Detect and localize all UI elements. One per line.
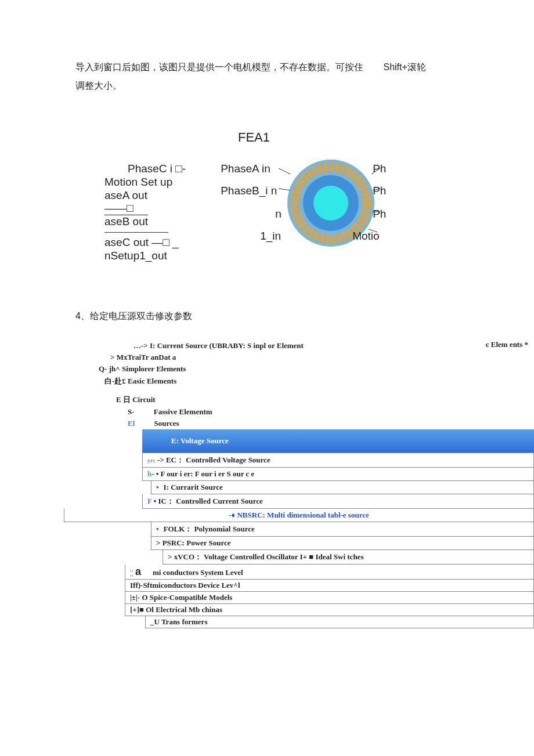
motor-icon (279, 157, 453, 261)
source-xvco[interactable]: > xVCO： Voltage Controlled Oscillator I+… (163, 550, 534, 565)
port-motion-setup: Motion Set up (104, 176, 186, 189)
divider-line (104, 232, 168, 233)
source-current-label: I: Currarit Source (164, 483, 223, 491)
tree-simplorer[interactable]: Q- jh^ Simplorer Elements (75, 363, 459, 375)
tree-passive[interactable]: S- Fassive Elementm (75, 406, 459, 418)
label-phaseb-in: PhaseB_i n (221, 185, 277, 197)
port-phasec: PhaseC i □- (128, 162, 186, 176)
tree-sources-label: Sources (154, 419, 179, 428)
tree-electrical[interactable]: [+]■ Ol Electrical Mb chinas (125, 604, 534, 616)
right-motor-diagram: PhaseA in PhaseB_i n n 1_in Ph Ph Ph Mot… (221, 162, 453, 264)
intro-text-1: 导入到窗口后如图，该图只是提供一个电机模型，不存在数据。可按住 (75, 62, 363, 72)
tree-semi-sys-label: mi conductors System Level (153, 568, 243, 577)
section-4-title: 4、给定电压源双击修改参数 (75, 310, 459, 323)
intro-shortcut: Shift+滚轮 (383, 62, 425, 72)
svg-point-3 (313, 186, 348, 220)
svg-line-5 (279, 189, 290, 190)
tree-sources[interactable]: El Sources (75, 418, 459, 429)
source-ec[interactable]: yrc -> EC： Controlled Voltage Source (142, 453, 534, 468)
label-motio: Motio (352, 230, 379, 243)
diagram-row: PhaseC i □- Motion Set up aseA out ——□ a… (75, 162, 459, 264)
tree-sources-prefix: El (128, 419, 135, 428)
source-ic[interactable]: F • IC： Controlled Current Source (142, 494, 534, 509)
port-aseb-out: aseB out (104, 215, 186, 229)
port-asea-out: aseA out (104, 189, 186, 202)
source-folk[interactable]: •FOLK： Polynomial Source (151, 522, 534, 537)
intro-paragraph: 导入到窗口后如图，该图只是提供一个电机模型，不存在数据。可按住 Shift+滚轮… (75, 58, 459, 95)
svg-line-4 (279, 168, 290, 174)
source-folk-label: FOLK： Polynomial Source (164, 525, 255, 533)
source-current[interactable]: •I: Currarit Source (151, 481, 534, 494)
source-ic-label: • IC： Controlled Current Source (151, 497, 262, 505)
label-n: n (275, 208, 282, 220)
source-voltage-selected[interactable]: E: Voltage Source (142, 429, 534, 453)
element-tree: c Elem ents * …-> I: Current Source (UBR… (75, 340, 459, 628)
tree-passive-label: Fassive Elementm (154, 407, 212, 416)
left-block-diagram: PhaseC i □- Motion Set up aseA out ——□ a… (104, 162, 186, 264)
tree-mxtrai[interactable]: > MxTraiTr anDat a (75, 352, 459, 363)
tree-current-source[interactable]: …-> I: Current Source (UBRABY: S inpl or… (75, 340, 459, 352)
tree-spice[interactable]: |±|- O Spice-Compatible Models (125, 592, 534, 604)
fea-title: FEA1 (238, 130, 459, 145)
tree-semi-dev[interactable]: Iff)-Sftmiconductors Device Lev^l (125, 580, 534, 592)
tree-circuit[interactable]: E 日 Circuit (75, 393, 459, 406)
port-nsetup1-out: nSetup1_out (104, 249, 186, 263)
label-1-in: 1_in (260, 230, 281, 243)
label-ph-3: Ph (373, 208, 386, 220)
port-connector: ——□ (104, 202, 186, 215)
tree-passive-prefix: S- (128, 407, 135, 416)
source-fourier[interactable]: h- • F our i er: F our i er S our c e (142, 468, 534, 481)
label-ph-1: Ph (373, 162, 386, 175)
intro-text-2: 调整大小。 (75, 81, 122, 91)
source-nbsrc[interactable]: -♦ NBSRC: Multi dimensional tabl-e sourc… (64, 509, 534, 522)
source-ec-label: -> EC： Controlled Voltage Source (157, 455, 270, 464)
tree-transformers[interactable]: _U Trans formers (145, 616, 534, 628)
port-asec-out: aseC out —□ _ (104, 236, 186, 249)
tree-semi-sys[interactable]: ¦¦ ami conductors System Level (125, 565, 534, 580)
tree-header-right: c Elem ents * (486, 340, 528, 349)
source-fourier-label: - • F our i er: F our i er S our c e (151, 469, 254, 478)
tree-basic-elements[interactable]: 白-赴£ Easic Elements (75, 375, 459, 388)
label-ph-2: Ph (373, 185, 386, 197)
label-phasea-in: PhaseA in (221, 162, 270, 175)
source-psrc[interactable]: > PSRC: Power Source (151, 537, 534, 550)
